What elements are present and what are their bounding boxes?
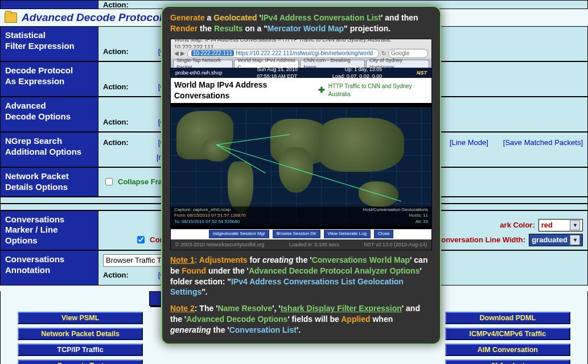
- mark-color-value: red: [541, 221, 553, 229]
- link-button[interactable]: Generate Text: [18, 359, 143, 364]
- overlay-paragraph-1: Generate a Geolocated 'IPv4 Address Conv…: [170, 13, 432, 34]
- action-label: Action:: [103, 47, 129, 56]
- collapse-frames-checkbox[interactable]: [105, 178, 113, 185]
- map-footer: © 2003-2010 networksecuritytoolkit.org L…: [171, 239, 431, 250]
- map-button: Close: [374, 230, 393, 238]
- row-header: Network Packet Details Options: [1, 168, 98, 196]
- connec-checkbox[interactable]: [137, 236, 145, 243]
- map-button: nstgeolocate Session Mgr: [209, 230, 269, 238]
- link-button[interactable]: ICMPv4/ICMPv6 Traffic: [445, 328, 570, 340]
- link-button[interactable]: AIM Conversation: [445, 344, 570, 356]
- mark-color-label: ark Color:: [500, 221, 534, 229]
- map-button: Browse Session Dir: [273, 230, 320, 238]
- row-header: Advanced Decode Options: [1, 97, 98, 131]
- map-caption: Capture: capture_eth0.ncap From: 08/15/2…: [171, 206, 431, 226]
- action-label: Action:: [103, 82, 129, 91]
- chevron-down-icon: ▾: [570, 235, 580, 245]
- link-button[interactable]: Network Packet Details: [18, 328, 143, 340]
- row-header: Statistical Filter Expression: [1, 27, 98, 61]
- map-title: World Map IPv4 Address Conversations ✚ H…: [171, 78, 431, 103]
- overlay-screenshot: World Map: IPv4 Address Conversations – …: [170, 39, 432, 250]
- link-button[interactable]: TCP/IP Traffic: [18, 344, 143, 356]
- map-buttons: nstgeolocate Session Mgr Browse Session …: [171, 229, 431, 239]
- link-button[interactable]: p0f Analysis: [445, 359, 570, 364]
- tooltip-overlay: Generate a Geolocated 'IPv4 Address Conv…: [161, 6, 441, 345]
- action-label: Action:: [103, 1, 129, 9]
- line-width-dropdown[interactable]: graduated ▾: [529, 234, 583, 246]
- link-button[interactable]: View PSML: [18, 312, 143, 324]
- row-header: Conversations Marker / Line Options: [1, 211, 98, 250]
- row-header: NGrep Search Additional Options: [1, 133, 98, 167]
- browser-title: World Map: IPv4 Address Conversations – …: [171, 39, 431, 48]
- map-button: View Generate Log: [324, 230, 371, 238]
- action-label: Action:: [103, 138, 129, 147]
- line-width-value: graduated: [532, 235, 568, 244]
- overlay-note-2: Note 2: The 'Name Resolve', 'tshark Disp…: [170, 303, 432, 336]
- row-header: Conversations Annotation: [1, 251, 98, 285]
- browser-tabs: Single-Tap Network Packet World Map: IPv…: [171, 59, 431, 68]
- world-map: Capture: capture_eth0.ncap From: 08/15/2…: [171, 107, 431, 226]
- chevron-down-icon: ▾: [570, 220, 580, 230]
- line-width-label: onversation Line Width:: [441, 235, 525, 244]
- link-button[interactable]: Download PDML: [445, 312, 570, 324]
- save-matched-link[interactable]: [Save Matched Packets]: [503, 138, 583, 147]
- mark-color-dropdown[interactable]: red ▾: [538, 219, 583, 231]
- browser-tab: Single-Tap Network Packet: [173, 60, 233, 68]
- row-header: Decode Protocol As Expression: [1, 62, 98, 96]
- overlay-note-1: Note 1: Adjustments for creating the 'Co…: [170, 255, 432, 298]
- folder-open-icon: [5, 13, 17, 23]
- action-label: Action:: [103, 118, 129, 126]
- nst-status-strip: probe-eth0.rwh.shop Sun Aug 15, 201007:5…: [171, 68, 431, 78]
- line-mode-link[interactable]: [Line Mode]: [450, 138, 488, 147]
- action-label: Action:: [103, 271, 129, 279]
